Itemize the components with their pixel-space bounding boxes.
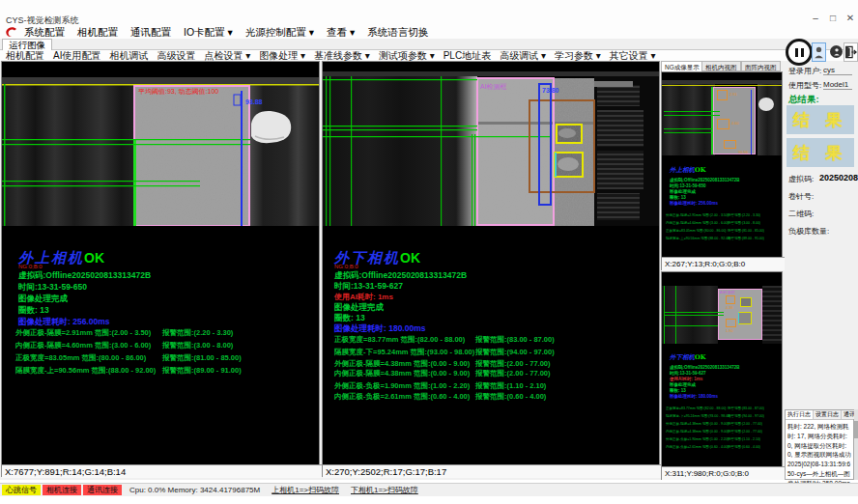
pixel-status-bar-upper: X:7677;Y:891;R:14;G:14;B:14 (2, 464, 322, 478)
heartbeat-indicator: 心跳信号 (2, 485, 41, 495)
view-tab-ng-display[interactable]: NG成像显示 (661, 61, 703, 71)
mini-measurement: 正极宽度=83.77mm 范围:(82.00 - 88.00) (666, 406, 727, 410)
lower-camera-fault-link[interactable]: 下相机1=>扫码故障 (351, 485, 418, 495)
electrode-sheet (134, 86, 249, 226)
ai-box-label: AI检测框 (480, 83, 507, 91)
mini-measurement: 报警范围:(81.00 - 85.00) (728, 229, 764, 233)
log-scrollbar-thumb[interactable] (854, 421, 858, 438)
measurement-alarm: 报警范围:(2.20 - 3.30) (162, 328, 233, 338)
vcode-label: 虚拟码: (788, 174, 814, 184)
menu-item-view[interactable]: 查看 ▾ (327, 26, 355, 40)
camera-status-ok: OK (84, 250, 104, 266)
mini-measurement: 隔膜宽度-下=95.24mm 范围:(93.00 - 98.00) (666, 414, 730, 418)
mini-image-lower[interactable]: AI检测框 4.38 1.90 (662, 286, 782, 344)
winding-pin-label: 卷针号: (788, 191, 814, 202)
view-tab-camera-view[interactable]: 相机内视图 (701, 61, 741, 71)
loop-count-line: 圈数: 13 (18, 305, 49, 317)
mini-done-line: 图像处理完成 (670, 189, 696, 194)
user-circle-button[interactable] (830, 45, 843, 58)
log-scrollbar-track[interactable] (854, 409, 858, 480)
measurement-main: 外侧正极-负极=1.90mm 范围:(1.00 - 2.20) (334, 381, 470, 391)
mini-time-line: 时间:13-31-59-650 (670, 183, 706, 188)
measurement-alarm: 报警范围:(3.00 - 8.00) (162, 341, 233, 350)
menu-item-system-config[interactable]: 系统配置 (24, 26, 65, 40)
measurement-main: 隔膜宽度-上=90.56mm 范围:(88.00 - 92.00) (15, 366, 156, 376)
minimize-button[interactable]: – (808, 13, 823, 24)
user-silhouette-icon (833, 47, 841, 56)
mini-pixel-status-lower: X:311;Y:980;R:0;G:0;B:0 (662, 466, 785, 480)
blue-measure-label: 93.88 (245, 98, 263, 105)
measurement-main: 正极宽度=83.05mm 范围:(80.00 - 86.00) (15, 353, 146, 363)
mini-measure-label: 90.56 (738, 150, 748, 154)
model-label: 使用型号: (788, 80, 821, 91)
measurement-alarm: 报警范围:(81.00 - 85.00) (162, 353, 242, 363)
camera-image-upper[interactable]: 93.88 平均阈值:93, 动态阈值:100 (2, 62, 319, 226)
mini-elapsed-line: 图像处理耗时: 180.00ms (670, 394, 718, 399)
exit-button[interactable] (844, 42, 858, 62)
mini-panel-lower: AI检测框 4.38 1.90 外下相机OK 虚拟码:Offline202502… (661, 271, 783, 480)
mini-count-line: 圈数: 13 (670, 195, 686, 200)
measurement-alarm: 报警范围:(94.00 - 97.00) (475, 348, 555, 357)
process-done-line: 图像处理完成 (18, 294, 68, 305)
application-window: CYS-视觉检测系统 – □ ✕ 系统配置 相机配置 通讯配置 IO卡配置 ▾ … (0, 0, 858, 504)
camera-image-lower[interactable]: 73.80 AI检测框 (323, 62, 659, 226)
menu-item-comm-config[interactable]: 通讯配置 (130, 26, 171, 40)
menu-item-light-control[interactable]: 光源控制配置 ▾ (245, 26, 314, 40)
upper-camera-fault-link[interactable]: 上相机1=>扫码故障 (272, 485, 339, 495)
measurement-main: 内侧正极-隔膜=4.38mm 范围:(0.00 - 9.00) (334, 369, 470, 378)
result-display-1: 结 果 (786, 105, 854, 134)
vcode-value: 20250208 (819, 173, 858, 182)
close-button[interactable]: ✕ (843, 13, 858, 24)
overlay-blue-line (241, 91, 243, 226)
ng-indicator-text: NG:0;B:0 (18, 264, 43, 269)
pause-button[interactable] (786, 39, 813, 66)
menu-item-camera-config[interactable]: 相机配置 (77, 26, 118, 40)
mini-measurement: 外侧正极-隔膜=2.91mm 范围:(2.00 - 3.50) (666, 213, 729, 217)
ng-indicator-text: NG:0;B:0 (334, 264, 358, 269)
mini-measurement: 报警范围:(0.60 - 4.00) (728, 445, 760, 449)
mini-camera-name-lower: 外下相机OK (670, 353, 705, 362)
threshold-label: 平均阈值:93, 动态阈值:100 (138, 88, 218, 96)
mini-measure-label: 4.60 (731, 121, 739, 126)
mini-measure-label: 2.91 (729, 92, 737, 97)
elapsed-line: 图像处理耗时: 256.00ms (18, 317, 109, 328)
measurement-alarm: 报警范围:(2.00 - 77.00) (475, 359, 551, 369)
measurement-alarm: 报警范围:(83.00 - 87.00) (475, 335, 555, 345)
user-icon (814, 45, 824, 59)
log-tab-execute[interactable]: 执行日志 (786, 410, 814, 419)
measurement-main: 隔膜宽度-下=95.24mm 范围:(93.00 - 98.00) (334, 348, 474, 357)
view-tab-area-view[interactable]: 面阵内视图 (741, 61, 781, 71)
login-user-button[interactable] (812, 42, 826, 62)
mini-measurement: 报警范围:(83.00 - 87.00) (728, 406, 764, 410)
menu-item-language-switch[interactable]: 系统语言切换 (367, 26, 428, 40)
negative-stock-label: 负极库数量: (788, 226, 829, 237)
mini-measurement: 报警范围:(2.20 - 3.30) (728, 213, 760, 217)
mini-measurement: 外侧正极-负极=1.90mm 范围:(1.00 - 2.20) (666, 437, 729, 441)
mini-measurement: 报警范围:(94.00 - 97.00) (728, 414, 764, 418)
mini-measurement: 内侧正极-隔膜=4.60mm 范围:(3.00 - 6.00) (666, 221, 729, 225)
log-panel: 执行日志 设置日志 通讯日志 耗时: 222, 网络检测耗时: 17, 网络分类… (785, 409, 854, 480)
mini-count-line: 圈数: 13 (670, 388, 686, 393)
measurement-alarm: 报警范围:(2.00 - 77.00) (475, 369, 551, 378)
mini-camera-name-upper: 外上相机OK (670, 166, 705, 175)
camera-panel-upper: 93.88 平均阈值:93, 动态阈值:100 外上相机OK NG:0;B:0 … (1, 61, 320, 477)
mini-measure-box (726, 319, 736, 327)
mini-roller-object (758, 98, 774, 111)
qr-code-label: 二维码: (788, 209, 814, 219)
mini-measure-box (717, 119, 729, 129)
menu-item-io-card-config[interactable]: IO卡配置 ▾ (184, 26, 233, 40)
model-value: Model1 (823, 80, 852, 90)
virtual-code-line: 虚拟码:Offline2025020813313472B (18, 270, 151, 282)
measurement-main: 正极宽度=83.77mm 范围:(82.00 - 88.00) (334, 335, 465, 345)
mini-ai-box-label: AI检测框 (720, 290, 735, 294)
log-tab-settings[interactable]: 设置日志 (814, 410, 842, 419)
mini-image-upper[interactable]: 2.91 4.60 90.56 (662, 72, 782, 163)
mini-pixel-status-upper: X:267;Y:13;R:0;G:0;B:0 (662, 257, 785, 270)
maximize-button[interactable]: □ (825, 13, 841, 24)
measurement-main: 外侧正极-隔膜=4.38mm 范围:(0.00 - 9.00) (334, 359, 470, 369)
measurement-alarm: 报警范围:(89.00 - 91.00) (162, 366, 242, 376)
mini-view-column: NG成像显示 相机内视图 面阵内视图 2.91 4.60 (661, 61, 783, 480)
mini-measure-label: 1.90 (726, 328, 733, 333)
mini-measurement: 隔膜宽度-上=90.56mm 范围:(88.00 - 92.00) (666, 237, 730, 240)
pixel-status-bar-lower: X:270;Y:2502;R:17;G:17;B:17 (323, 464, 662, 478)
